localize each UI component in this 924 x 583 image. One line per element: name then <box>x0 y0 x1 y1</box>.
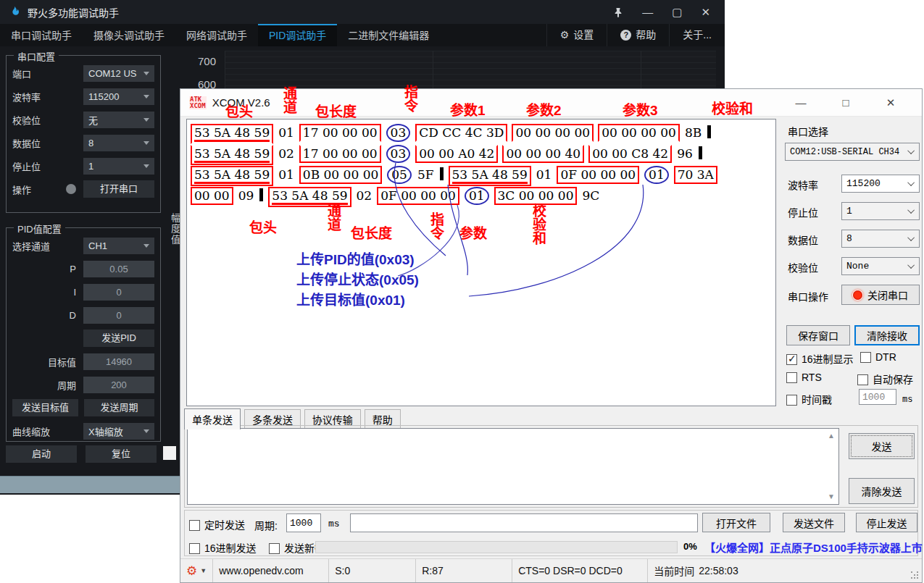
scroll-up-icon[interactable]: ▲ <box>826 431 836 441</box>
baudrate-select[interactable]: 115200 <box>841 175 920 193</box>
minimize-icon[interactable]: — <box>642 6 653 18</box>
save-window-button[interactable]: 保存窗口 <box>786 325 850 345</box>
hex-byte-group: 01 <box>278 167 295 182</box>
parity-select[interactable]: None <box>841 257 920 275</box>
send-button[interactable]: 发送 <box>849 433 915 459</box>
pin-icon[interactable] <box>613 7 623 17</box>
serial-port-select[interactable]: COM12:USB-SERIAL CH34 <box>785 143 920 161</box>
scroll-down-icon[interactable]: ▼ <box>826 492 836 502</box>
statusbar-menu[interactable]: ⚙ ▼ <box>180 559 213 582</box>
tab-binary-editor[interactable]: 二进制文件编辑器 <box>337 24 440 46</box>
stop-send-button[interactable]: 停止发送 <box>856 513 917 532</box>
start-button[interactable]: 启动 <box>6 445 77 463</box>
window-title: 野火多功能调试助手 <box>28 5 119 20</box>
receive-area[interactable]: 53 5A 48 590117 00 00 0003CD CC 4C 3D00 … <box>186 119 776 406</box>
stopbits-select[interactable]: 1 <box>83 158 154 175</box>
i-input[interactable] <box>83 284 154 301</box>
hex-byte-group: 9C <box>581 188 600 203</box>
curve-scale-select[interactable]: X轴缩放 <box>83 423 154 440</box>
stopbits-select[interactable]: 1 <box>841 202 920 220</box>
tab-pid-assistant[interactable]: PID调试助手 <box>258 24 337 46</box>
i-label: I <box>12 287 83 298</box>
close-icon[interactable]: ✕ <box>701 6 710 19</box>
resize-grip[interactable] <box>911 571 920 580</box>
hex-byte-group: 00 00 00 00 <box>512 124 594 142</box>
annotation-top-header: 包头 <box>225 101 253 120</box>
send-target-button[interactable]: 发送目标值 <box>12 399 78 416</box>
send-period-input[interactable] <box>286 513 321 532</box>
p-label: P <box>12 264 83 274</box>
serial-open-led-icon <box>853 290 862 300</box>
serial-select-label: 串口选择 <box>788 124 828 138</box>
checkbox-icon <box>857 374 868 385</box>
single-send-panel: ▲ ▼ 发送 清除发送 <box>184 425 918 508</box>
hex-row: 53 5A 48 590117 00 00 0003CD CC 4C 3D00 … <box>188 124 714 144</box>
note-upload-pid: 上传PID的值(0x03) <box>296 248 415 268</box>
minimize-icon[interactable]: — <box>778 96 823 109</box>
chevron-down-icon <box>907 206 915 214</box>
tab-single-send[interactable]: 单条发送 <box>184 408 241 429</box>
d-input[interactable] <box>83 307 154 324</box>
send-pid-button[interactable]: 发送PID <box>83 330 154 347</box>
port-select[interactable]: COM12 US <box>83 65 154 82</box>
period-input[interactable] <box>83 377 154 393</box>
databits-select[interactable]: 8 <box>83 135 154 151</box>
baud-select[interactable]: 115200 <box>83 88 154 105</box>
settings-menu-item[interactable]: ⚙ 设置 <box>546 24 607 46</box>
hex-byte-group: 01 <box>278 125 295 140</box>
send-text-input[interactable]: ▲ ▼ <box>187 428 839 505</box>
databits-select[interactable]: 8 <box>841 230 920 248</box>
autosave-checkbox[interactable]: 自动保存 <box>857 372 913 386</box>
clear-send-button[interactable]: 清除发送 <box>849 478 915 504</box>
annotation-bottom-channel: 通道 <box>325 204 340 231</box>
help-menu-item[interactable]: ? 帮助 <box>607 24 669 46</box>
promo-link[interactable]: 【火爆全网】正点原子DS100手持示波器上市 <box>704 540 923 555</box>
hex-byte-group: 00 00 00 40 <box>502 145 584 163</box>
hex-byte-group: 02 <box>278 146 295 161</box>
timestamp-period-input[interactable] <box>859 389 896 405</box>
p-input[interactable] <box>83 261 154 277</box>
timestamp-checkbox[interactable]: 时间戳 <box>786 392 832 406</box>
hex-byte-group: 17 00 00 00 <box>299 124 381 142</box>
annotation-bottom-header: 包头 <box>249 217 277 236</box>
serial-config-title: 串口配置 <box>14 49 59 63</box>
tab-camera-assistant[interactable]: 摄像头调试助手 <box>83 24 175 46</box>
serial-config-group: 串口配置 端口 COM12 US 波特率 115200 校验位 无 数据位 8 <box>6 55 161 213</box>
statusbar-site[interactable]: www.openedv.com <box>213 559 329 582</box>
about-menu-item[interactable]: 关于... <box>669 24 725 46</box>
target-input[interactable] <box>83 353 154 370</box>
tab-network-assistant[interactable]: 网络调试助手 <box>175 24 258 46</box>
maximize-icon[interactable]: □ <box>823 96 868 109</box>
hex-send-checkbox[interactable]: 16进制发送 <box>189 540 257 555</box>
hex-byte-group: 53 5A 48 59 <box>191 145 273 165</box>
hex-byte-circled: 03 <box>386 124 411 142</box>
clear-receive-button[interactable]: 清除接收 <box>854 325 920 345</box>
timed-send-checkbox[interactable]: 定时发送 <box>189 517 245 532</box>
annotation-bottom-checksum: 校验和 <box>530 204 545 245</box>
operation-label: 操作 <box>12 183 66 196</box>
cycle-label: 周期: <box>254 518 278 532</box>
send-file-button[interactable]: 发送文件 <box>783 513 845 532</box>
dtr-checkbox[interactable]: DTR <box>860 351 896 363</box>
atk-logo-icon: ATKXCOM <box>189 96 207 109</box>
send-period-button[interactable]: 发送周期 <box>84 399 154 416</box>
parity-select[interactable]: 无 <box>83 112 154 128</box>
close-icon[interactable]: ✕ <box>868 96 913 109</box>
stopbits-label: 停止位 <box>788 205 818 219</box>
tab-serial-assistant[interactable]: 串口调试助手 <box>0 24 83 46</box>
hex-display-checkbox[interactable]: 16进制显示 <box>786 351 854 366</box>
maximize-icon[interactable]: ▢ <box>672 6 682 19</box>
annotation-top-channel: 通道 <box>281 86 296 114</box>
rts-checkbox[interactable]: RTS <box>786 372 822 383</box>
close-serial-button[interactable]: 关闭串口 <box>841 285 920 305</box>
send-file-path-input[interactable] <box>350 513 698 532</box>
d-label: D <box>12 310 83 321</box>
send-tabbar: 单条发送 多条发送 协议传输 帮助 <box>184 408 401 426</box>
reset-button[interactable]: 复位 <box>86 445 157 463</box>
checkbox-icon <box>269 543 280 554</box>
open-file-button[interactable]: 打开文件 <box>702 513 770 532</box>
chevron-down-icon <box>907 179 915 186</box>
open-serial-button[interactable]: 打开串口 <box>83 180 154 198</box>
channel-select[interactable]: CH1 <box>83 238 154 254</box>
channel-label: 选择通道 <box>12 239 83 253</box>
